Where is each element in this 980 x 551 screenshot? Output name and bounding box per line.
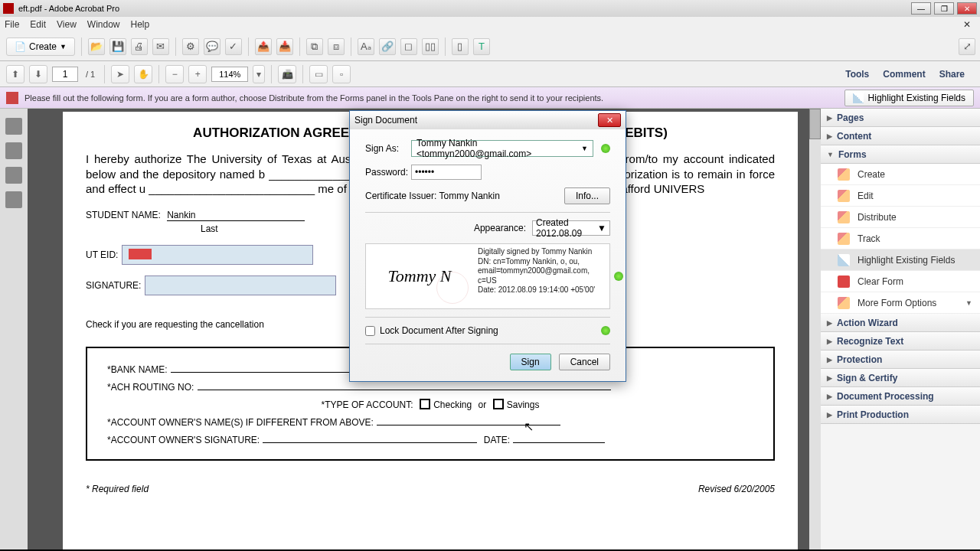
checking-checkbox[interactable] [420, 399, 430, 409]
main-toolbar: 📄 Create ▼ 📂 💾 🖨 ✉ ⚙ 💬 ✓ 📤 📥 ⧉ ⧈ Aₐ 🔗 ◻ … [0, 32, 980, 61]
minimize-button[interactable]: — [911, 2, 931, 15]
bookmarks-icon[interactable] [5, 142, 22, 159]
portfolio-icon[interactable]: ⧈ [328, 38, 345, 55]
prev-page-icon[interactable]: ⬆ [6, 65, 24, 83]
chevron-down-icon: ▼ [60, 43, 67, 51]
print-icon[interactable]: 🖨 [131, 38, 148, 55]
page-icon[interactable]: ▯ [452, 38, 469, 55]
cancel-button[interactable]: Cancel [559, 354, 610, 370]
thumbnails-icon[interactable] [5, 118, 22, 135]
expand-icon[interactable]: ⤢ [959, 38, 975, 55]
lock-document-checkbox[interactable] [365, 326, 375, 336]
forms-distribute[interactable]: Distribute [821, 207, 980, 228]
highlight-icon [853, 93, 864, 103]
stamp-icon[interactable]: ✓ [225, 38, 242, 55]
page-total: / 1 [86, 70, 95, 79]
close-button[interactable]: ✕ [957, 2, 977, 15]
export-icon[interactable]: 📤 [255, 38, 272, 55]
panel-content[interactable]: ▶Content [821, 127, 980, 145]
left-nav-rail [0, 109, 28, 549]
gear-icon[interactable]: ⚙ [182, 38, 199, 55]
forms-highlight[interactable]: Highlight Existing Fields [821, 249, 980, 271]
attachments-icon[interactable] [5, 167, 22, 184]
insert-icon[interactable]: T [473, 38, 490, 55]
cert-issuer-label: Certificate Issuer: Tommy Nankin [365, 191, 500, 201]
fit-width-icon[interactable]: ▭ [309, 65, 328, 83]
forms-track[interactable]: Track [821, 228, 980, 249]
status-ok-icon [601, 144, 610, 153]
sign-as-select[interactable]: Tommy Nankin <tommyn2000@gmail.com>▼ [411, 140, 593, 157]
zoom-input[interactable] [211, 67, 248, 82]
signatures-icon[interactable] [5, 191, 22, 208]
menu-edit[interactable]: Edit [30, 19, 46, 30]
open-icon[interactable]: 📂 [88, 38, 105, 55]
form-notice-bar: Please fill out the following form. If y… [0, 87, 980, 109]
panel-forms[interactable]: ▼Forms [821, 145, 980, 164]
highlight-fields-button[interactable]: Highlight Existing Fields [844, 90, 974, 106]
signature-name: Tommy N [366, 244, 473, 308]
doc-close-icon[interactable]: ✕ [959, 19, 975, 30]
maximize-button[interactable]: ❐ [934, 2, 954, 15]
forms-clear[interactable]: Clear Form [821, 271, 980, 292]
share-link[interactable]: Share [939, 69, 965, 80]
signature-preview: Tommy N Digitally signed by Tommy Nankin… [365, 243, 610, 309]
form-alert-icon [6, 92, 18, 104]
app-icon [3, 3, 14, 14]
select-icon[interactable]: ➤ [111, 65, 129, 83]
fit-page-icon[interactable]: ▫ [332, 65, 351, 83]
zoom-out-icon[interactable]: − [165, 65, 184, 83]
tools-link[interactable]: Tools [845, 69, 869, 80]
appearance-select[interactable]: Created 2012.08.09▼ [532, 220, 610, 236]
next-page-icon[interactable]: ⬇ [29, 65, 47, 83]
email-icon[interactable]: ✉ [152, 38, 169, 55]
scan-icon[interactable]: 📠 [278, 65, 296, 83]
split-icon[interactable]: ▯▯ [422, 38, 439, 55]
panel-protection[interactable]: ▶Protection [821, 350, 980, 369]
crop-icon[interactable]: ◻ [400, 38, 417, 55]
zoom-in-icon[interactable]: + [188, 65, 207, 83]
panel-doc-processing[interactable]: ▶Document Processing [821, 387, 980, 406]
info-button[interactable]: Info... [564, 187, 610, 204]
nav-toolbar: ⬆ ⬇ / 1 ➤ ✋ − + ▾ 📠 ▭ ▫ Tools Comment Sh… [0, 61, 980, 87]
forms-more[interactable]: More Form Options▼ [821, 292, 980, 314]
savings-checkbox[interactable] [493, 399, 504, 409]
panel-sign-certify[interactable]: ▶Sign & Certify [821, 369, 980, 387]
text-icon[interactable]: Aₐ [358, 38, 374, 55]
combine-icon[interactable]: ⧉ [306, 38, 323, 55]
tools-pane: ▶Pages ▶Content ▼Forms Create Edit Distr… [821, 109, 980, 549]
window-title: eft.pdf - Adobe Acrobat Pro [18, 4, 911, 13]
create-button[interactable]: 📄 Create ▼ [6, 37, 75, 56]
menu-window[interactable]: Window [87, 19, 120, 30]
convert-icon[interactable]: 📥 [276, 38, 293, 55]
forms-edit[interactable]: Edit [821, 185, 980, 207]
panel-pages[interactable]: ▶Pages [821, 109, 980, 127]
sign-document-dialog: Sign Document ✕ Sign As: Tommy Nankin <t… [349, 110, 626, 382]
dialog-title: Sign Document [354, 115, 417, 126]
menu-file[interactable]: File [5, 19, 19, 30]
save-icon[interactable]: 💾 [109, 38, 126, 55]
link-icon[interactable]: 🔗 [379, 38, 396, 55]
comment-icon[interactable]: 💬 [204, 38, 220, 55]
panel-print-production[interactable]: ▶Print Production [821, 406, 980, 424]
password-input[interactable] [411, 165, 482, 180]
menu-help[interactable]: Help [131, 19, 150, 30]
page-input[interactable] [52, 67, 78, 82]
vertical-scrollbar[interactable] [809, 109, 821, 549]
hand-icon[interactable]: ✋ [134, 65, 152, 83]
dialog-close-button[interactable]: ✕ [598, 113, 621, 127]
form-notice-text: Please fill out the following form. If y… [24, 93, 844, 103]
zoom-dd-icon[interactable]: ▾ [253, 65, 265, 83]
sign-button[interactable]: Sign [510, 354, 551, 370]
panel-recognize-text[interactable]: ▶Recognize Text [821, 332, 980, 350]
comment-link[interactable]: Comment [883, 69, 925, 80]
uteid-field[interactable] [122, 245, 313, 265]
signature-field[interactable] [145, 276, 336, 295]
status-ok-icon [614, 272, 623, 281]
status-ok-icon [601, 326, 610, 335]
forms-create[interactable]: Create [821, 164, 980, 185]
signature-detail: Digitally signed by Tommy Nankin DN: cn=… [473, 244, 609, 308]
title-bar: eft.pdf - Adobe Acrobat Pro — ❐ ✕ [0, 0, 980, 17]
menu-view[interactable]: View [57, 19, 77, 30]
panel-action-wizard[interactable]: ▶Action Wizard [821, 314, 980, 332]
menu-bar: File Edit View Window Help ✕ [0, 17, 980, 32]
